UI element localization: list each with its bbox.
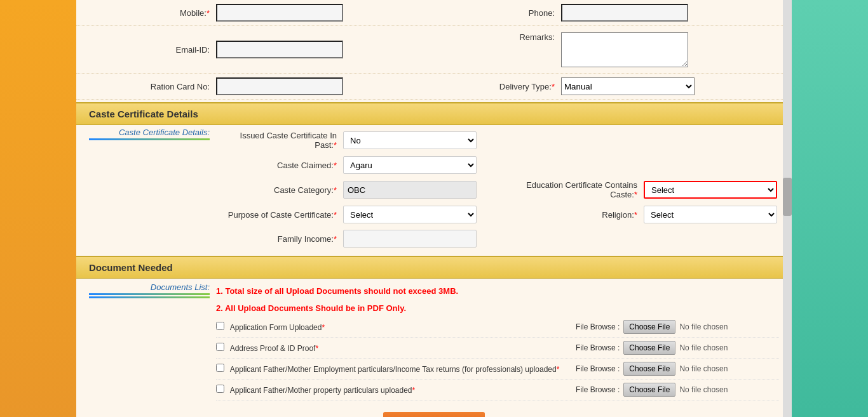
remarks-col: Remarks:: [434, 30, 779, 69]
doc-row-2: Address Proof & ID Proof* File Browse : …: [216, 338, 779, 359]
file-browse-4: File Browse : Choose File No file chosen: [576, 383, 779, 397]
caste-category-label: Caste Category:*: [216, 185, 343, 195]
page-wrapper: Mobile:* Phone: Email-ID: R: [0, 0, 868, 417]
purpose-religion-row: Purpose of Caste Certificate:* Select Em…: [216, 202, 779, 227]
purpose-pair: Purpose of Caste Certificate:* Select Em…: [216, 206, 498, 223]
remarks-textarea[interactable]: [561, 32, 688, 67]
document-section-header: Document Needed: [76, 256, 792, 279]
doc-row-4: Applicant Father/Mother property particu…: [216, 380, 779, 400]
show-payment-button[interactable]: Show Payment: [383, 412, 485, 417]
delivery-label: Delivery Type:*: [434, 82, 561, 91]
no-file-label-3: No file chosen: [679, 364, 728, 373]
caste-section-header: Caste Certificate Details: [76, 102, 792, 125]
file-browse-label-1: File Browse :: [576, 322, 620, 331]
payment-row: Show Payment: [76, 404, 792, 417]
file-browse-label-4: File Browse :: [576, 385, 620, 394]
doc-content-wrapper: Documents List: 1. Total size of all Upl…: [76, 279, 792, 404]
caste-claimed-row: Caste Claimed:* Agaru: [216, 153, 779, 177]
file-browse-2: File Browse : Choose File No file chosen: [576, 341, 779, 355]
mobile-input-cell: [216, 4, 343, 22]
family-income-input[interactable]: [343, 230, 477, 248]
file-browse-label-3: File Browse :: [576, 364, 620, 373]
caste-claimed-select[interactable]: Agaru: [343, 156, 477, 174]
ration-input-cell: [216, 77, 343, 95]
phone-input-cell: [561, 4, 688, 22]
doc-items-col: 1. Total size of all Upload Documents sh…: [216, 282, 779, 400]
mobile-label: Mobile:*: [89, 8, 216, 18]
delivery-col: Delivery Type:* Manual Online Speed Post: [434, 77, 779, 95]
choose-file-btn-3[interactable]: Choose File: [623, 362, 675, 376]
education-cert-pair: Education Certificate Contains Caste:* S…: [498, 180, 779, 199]
email-col: Email-ID:: [89, 30, 434, 69]
mobile-phone-row: Mobile:* Phone:: [76, 0, 792, 26]
choose-file-btn-2[interactable]: Choose File: [623, 341, 675, 355]
no-file-label-2: No file chosen: [679, 343, 728, 352]
delivery-input-cell: Manual Online Speed Post: [561, 77, 695, 95]
right-decorative-bar: [792, 0, 868, 417]
no-file-label-4: No file chosen: [679, 385, 728, 394]
doc-label-3: Applicant Father/Mother Employment parti…: [216, 364, 576, 374]
caste-category-education-row: Caste Category:* Education Certificate C…: [216, 177, 779, 202]
mobile-col: Mobile:*: [89, 4, 434, 22]
ration-col: Ration Card No:: [89, 77, 434, 95]
education-cert-select[interactable]: Select Yes No: [644, 181, 777, 199]
ration-delivery-row: Ration Card No: Delivery Type:* Manual O…: [76, 74, 792, 100]
doc-sub-label-col: Documents List:: [89, 282, 216, 400]
remarks-label: Remarks:: [434, 32, 561, 42]
doc-row-1: Application Form Uploaded* File Browse :…: [216, 317, 779, 338]
scrollbar-thumb[interactable]: [783, 178, 792, 216]
religion-pair: Religion:* Select Hindu Muslim Christian…: [498, 206, 779, 223]
issued-label: Issued Caste Certificate In Past:*: [216, 131, 343, 150]
caste-category-input[interactable]: [343, 181, 477, 199]
caste-claimed-label: Caste Claimed:*: [216, 161, 343, 170]
doc-label-1: Application Form Uploaded*: [216, 322, 576, 332]
email-label: Email-ID:: [89, 45, 216, 55]
ration-input[interactable]: [216, 77, 343, 95]
doc-notice-2: 2. All Upload Documents Should be in PDF…: [216, 300, 779, 317]
purpose-label: Purpose of Caste Certificate:*: [216, 210, 343, 220]
ration-label: Ration Card No:: [89, 82, 216, 91]
file-browse-label-2: File Browse :: [576, 343, 620, 352]
email-input-cell: [216, 41, 343, 58]
issued-row: Issued Caste Certificate In Past:* No Ye…: [216, 128, 779, 153]
caste-category-pair: Caste Category:*: [216, 181, 498, 199]
caste-form-wrapper: Caste Certificate Details: Issued Caste …: [76, 125, 792, 253]
doc-checkbox-2[interactable]: [216, 343, 224, 351]
doc-notice-1: 1. Total size of all Upload Documents sh…: [216, 282, 779, 300]
choose-file-btn-1[interactable]: Choose File: [623, 320, 675, 334]
issued-select[interactable]: No Yes: [343, 131, 477, 149]
mobile-input[interactable]: [216, 4, 343, 22]
religion-select[interactable]: Select Hindu Muslim Christian Other: [644, 206, 777, 223]
phone-input[interactable]: [561, 4, 688, 22]
doc-checkbox-4[interactable]: [216, 385, 224, 393]
caste-form-col: Issued Caste Certificate In Past:* No Ye…: [216, 128, 779, 251]
phone-label: Phone:: [434, 8, 561, 18]
doc-label-4: Applicant Father/Mother property particu…: [216, 385, 576, 395]
doc-sub-label: Documents List:: [89, 282, 216, 298]
family-income-label: Family Income:*: [216, 234, 343, 244]
education-cert-label: Education Certificate Contains Caste:*: [498, 180, 644, 199]
main-content: Mobile:* Phone: Email-ID: R: [76, 0, 792, 417]
purpose-select[interactable]: Select Employment Education Other: [343, 206, 477, 223]
email-remarks-row: Email-ID: Remarks:: [76, 26, 792, 74]
doc-checkbox-3[interactable]: [216, 364, 224, 372]
file-browse-1: File Browse : Choose File No file chosen: [576, 320, 779, 334]
file-browse-3: File Browse : Choose File No file chosen: [576, 362, 779, 376]
caste-sub-label: Caste Certificate Details:: [89, 128, 210, 140]
email-input[interactable]: [216, 41, 343, 58]
religion-label: Religion:*: [498, 210, 644, 220]
doc-checkbox-1[interactable]: [216, 322, 224, 330]
caste-sub-label-col: Caste Certificate Details:: [89, 128, 216, 251]
family-income-row: Family Income:*: [216, 227, 779, 251]
left-decorative-bar: [0, 0, 76, 417]
doc-label-2: Address Proof & ID Proof*: [216, 343, 576, 353]
delivery-select[interactable]: Manual Online Speed Post: [561, 77, 695, 95]
phone-col: Phone:: [434, 4, 779, 22]
no-file-label-1: No file chosen: [679, 322, 728, 331]
doc-row-3: Applicant Father/Mother Employment parti…: [216, 359, 779, 380]
remarks-input-cell: [561, 32, 688, 69]
choose-file-btn-4[interactable]: Choose File: [623, 383, 675, 397]
scrollbar[interactable]: [783, 0, 792, 417]
